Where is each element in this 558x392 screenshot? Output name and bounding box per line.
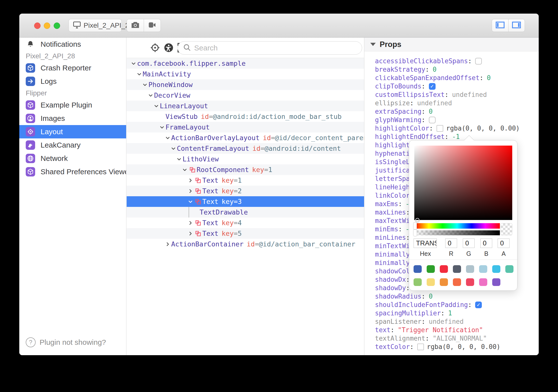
prop-key: minTextWid [375,242,414,250]
sidebar-item-example-plugin[interactable]: Example Plugin [19,98,126,112]
alpha-slider-handle[interactable] [414,230,417,236]
chevron-right-icon[interactable] [187,177,194,184]
preset-color-swatch[interactable] [440,278,448,286]
sidebar-item-leakcanary[interactable]: LeakCanary [19,138,126,152]
sidebar-item-network[interactable]: Network [19,152,126,165]
tree-row-text[interactable]: Textkey=2 [127,186,364,196]
sidebar-section-section-flipper: Flipper [19,88,126,98]
tree-row-linearlayout[interactable]: LinearLayout [127,101,364,111]
prop-colon: : [445,91,449,98]
screen-record-button[interactable] [144,19,161,32]
plugin-help-link[interactable]: ? Plugin not showing? [26,337,106,347]
preset-color-swatch[interactable] [440,265,448,273]
chevron-right-icon[interactable] [187,220,194,226]
sidebar-item-images[interactable]: Images [19,112,126,125]
checkbox-checked[interactable]: ✓ [475,302,482,308]
preset-color-swatch[interactable] [453,278,461,286]
prop-key: justificat [375,167,414,174]
screenshot-button[interactable] [127,19,144,32]
hex-input[interactable]: TRANS [414,239,437,248]
chevron-down-icon[interactable] [141,82,148,88]
tree-row-decorview[interactable]: DecorView [127,90,364,101]
zoom-window-button[interactable] [54,22,60,29]
preset-color-swatch[interactable] [479,278,487,286]
preset-color-swatch[interactable] [492,265,500,273]
chevron-down-icon[interactable] [187,198,194,205]
hue-slider-handle[interactable] [414,222,417,229]
chevron-down-icon[interactable] [136,71,143,77]
tree-row-viewstub[interactable]: ViewStubid=@android:id/action_mode_bar_s… [127,111,364,122]
chevron-down-icon[interactable] [181,167,188,173]
titlebar[interactable]: Pixel_2_API_28 [19,14,539,38]
preset-color-swatch[interactable] [466,278,474,286]
chevron-down-icon[interactable] [153,103,160,109]
prop-key: shadowDx [375,276,406,283]
chevron-right-icon[interactable] [187,230,194,237]
sidebar-item-logs[interactable]: Logs [19,75,126,88]
preset-color-swatch[interactable] [414,278,422,286]
close-window-button[interactable] [34,22,41,29]
color-field-marker[interactable] [415,218,419,222]
toggle-left-sidebar-button[interactable] [492,19,508,32]
chevron-down-icon[interactable] [130,60,137,67]
tree-row-rootcomponent[interactable]: RootComponentkey=1 [127,164,364,175]
tree-segment-eq: = [234,176,238,184]
device-selector-button[interactable]: Pixel_2_API_28 [69,19,122,32]
preset-color-swatch[interactable] [479,265,487,273]
color-swatch-button[interactable] [417,344,424,350]
checkbox-checked[interactable]: ✓ [429,83,436,90]
preset-color-swatch[interactable] [453,265,461,273]
sidebar-item-layout[interactable]: Layout [19,125,126,138]
preset-color-swatch[interactable] [492,278,500,286]
chevron-right-icon[interactable] [187,188,194,194]
tree-row-mainactivity[interactable]: MainActivity [127,69,364,79]
tree-row-actionbaroverlaylayout[interactable]: ActionBarOverlayLayoutid=@id/decor_conte… [127,132,364,143]
prop-row-clickableSpanExpandedOffset: clickableSpanExpandedOffset:0 [375,74,539,82]
minimize-window-button[interactable] [44,22,50,29]
tree-row-text[interactable]: Textkey=1 [127,175,364,186]
toggle-right-sidebar-button[interactable] [508,19,525,32]
sidebar-item-shared-preferences[interactable]: Shared Preferences Viewer [19,165,126,178]
alpha-slider[interactable] [414,230,500,235]
preset-color-swatch[interactable] [427,278,435,286]
sidebar-item-notifications[interactable]: Notifications [19,38,126,51]
tree-row-text[interactable]: Textkey=4 [127,218,364,228]
chevron-down-icon[interactable] [147,92,154,99]
chevron-down-icon[interactable] [159,124,165,131]
prop-row-shadowRadius: shadowRadius:0 [375,292,539,301]
preset-color-swatch[interactable] [505,265,513,273]
saturation-brightness-field[interactable] [414,146,512,220]
chevron-down-icon[interactable] [170,145,177,152]
tree-row-framelayout[interactable]: FrameLayout [127,122,364,132]
checkbox-unchecked[interactable] [475,58,482,65]
prop-key: glyphWarming [375,116,421,124]
search-input[interactable]: Search [178,41,362,55]
preset-color-swatch[interactable] [427,265,435,273]
tree-row-text[interactable]: Textkey=3 [127,196,364,207]
chevron-right-icon[interactable] [164,241,171,247]
chevron-down-icon[interactable] [176,156,183,162]
tree-row-phonewindow[interactable]: PhoneWindow [127,79,364,90]
hue-slider[interactable] [414,223,500,229]
tree-row-actionbarcontainer[interactable]: ActionBarContainerid=@id/action_bar_cont… [127,239,364,249]
blue-input[interactable]: 0 [480,239,492,248]
green-input[interactable]: 0 [463,239,475,248]
alpha-input[interactable]: 0 [498,239,510,248]
tree-row-com-facebook-flipper-sample[interactable]: com.facebook.flipper.sample [127,58,364,69]
target-icon [26,127,35,136]
preset-color-swatch[interactable] [414,265,422,273]
tree-row-contentframelayout[interactable]: ContentFrameLayoutid=@android:id/content [127,143,364,154]
tree-row-lithoview[interactable]: LithoView [127,154,364,164]
checkbox-unchecked[interactable] [429,117,436,123]
target-mode-button[interactable] [149,42,161,53]
accessibility-mode-button[interactable] [163,42,174,53]
sidebar-item-crash-reporter[interactable]: Crash Reporter [19,61,126,75]
preset-color-swatch[interactable] [466,265,474,273]
tree-row-textdrawable[interactable]: TextDrawable [127,207,364,218]
red-input[interactable]: 0 [445,239,457,248]
tree-row-text[interactable]: Textkey=5 [127,228,364,239]
chevron-down-icon[interactable] [164,135,171,141]
bell-icon [26,40,35,49]
color-swatch-button[interactable] [437,125,443,132]
props-section-header[interactable]: Props [364,38,539,51]
